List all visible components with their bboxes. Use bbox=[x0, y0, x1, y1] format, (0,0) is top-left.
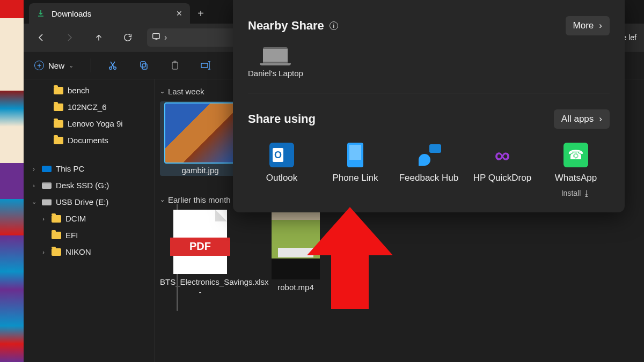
download-icon: ⭳ bbox=[583, 189, 590, 197]
svg-point-2 bbox=[114, 67, 116, 70]
svg-rect-4 bbox=[141, 62, 145, 67]
share-app-outlook[interactable]: Outlook bbox=[248, 143, 316, 197]
tab-downloads[interactable]: Downloads ✕ bbox=[29, 3, 190, 24]
sidebar-folder-102ncz[interactable]: 102NCZ_6 bbox=[25, 99, 153, 115]
folder-icon bbox=[52, 248, 61, 256]
new-label: New bbox=[48, 61, 64, 70]
folder-icon bbox=[52, 232, 61, 239]
sidebar-folder-documents[interactable]: Documents bbox=[25, 132, 153, 148]
svg-rect-7 bbox=[201, 63, 208, 68]
chevron-down-icon: ⌄ bbox=[160, 196, 165, 203]
share-panel: Nearby Share i More › Daniel's Laptop Sh… bbox=[233, 0, 625, 212]
laptop-icon bbox=[263, 47, 288, 63]
install-label: Install ⭳ bbox=[561, 189, 591, 197]
chevron-right-icon: › bbox=[599, 20, 602, 31]
svg-point-1 bbox=[109, 67, 112, 70]
info-icon[interactable]: i bbox=[330, 21, 338, 30]
image-thumbnail bbox=[165, 104, 235, 162]
chevron-right-icon: › bbox=[40, 216, 47, 222]
quickdrop-icon: ∞ bbox=[490, 143, 515, 167]
paste-button[interactable] bbox=[165, 56, 185, 75]
file-gambit[interactable]: gambit.jpg bbox=[160, 101, 240, 176]
svg-rect-3 bbox=[142, 64, 147, 69]
nearby-device-daniels-laptop[interactable]: Daniel's Laptop bbox=[248, 47, 303, 78]
sidebar-desk-ssd[interactable]: › Desk SSD (G:) bbox=[25, 178, 153, 193]
share-using-heading: Share using bbox=[248, 112, 316, 126]
share-app-phone-link[interactable]: Phone Link bbox=[321, 143, 389, 197]
pdf-badge: PDF bbox=[170, 238, 230, 256]
sidebar-usb-drive[interactable]: ⌄ USB Drive (E:) bbox=[25, 194, 153, 210]
chevron-right-icon: › bbox=[164, 33, 167, 42]
sidebar-nikon[interactable]: › NIKON bbox=[25, 244, 153, 260]
back-button[interactable] bbox=[31, 28, 50, 47]
outlook-icon bbox=[269, 143, 294, 167]
up-button[interactable] bbox=[89, 28, 108, 47]
chevron-right-icon: › bbox=[30, 182, 38, 189]
file-bts-pdf[interactable]: PDF BTS_Electronics_Savings.xlsx - bbox=[160, 210, 240, 298]
forward-button[interactable] bbox=[60, 28, 79, 47]
chevron-right-icon: › bbox=[599, 114, 602, 124]
share-app-whatsapp[interactable]: WhatsApp Install ⭳ bbox=[542, 143, 610, 197]
chevron-down-icon: ⌄ bbox=[69, 62, 74, 69]
nearby-share-heading: Nearby Share i bbox=[248, 19, 338, 33]
new-tab-button[interactable]: + bbox=[190, 3, 211, 24]
plus-circle-icon: + bbox=[34, 61, 44, 70]
tab-title: Downloads bbox=[52, 9, 170, 18]
share-app-feedback-hub[interactable]: Feedback Hub bbox=[395, 143, 463, 197]
svg-rect-0 bbox=[153, 34, 160, 39]
sidebar-efi[interactable]: EFI bbox=[25, 227, 153, 243]
sidebar-folder-lenovo[interactable]: Lenovo Yoga 9i bbox=[25, 116, 153, 131]
refresh-button[interactable] bbox=[118, 28, 137, 47]
sidebar-folder-bench[interactable]: bench bbox=[25, 83, 153, 98]
svg-rect-5 bbox=[172, 62, 178, 69]
more-button[interactable]: More › bbox=[566, 16, 610, 35]
cut-button[interactable] bbox=[103, 56, 122, 75]
share-app-quickdrop[interactable]: ∞ HP QuickDrop bbox=[469, 143, 536, 197]
phone-link-icon bbox=[347, 143, 363, 167]
separator bbox=[91, 58, 91, 72]
desktop-wallpaper-strip bbox=[0, 0, 24, 362]
annotation-arrow bbox=[307, 207, 393, 309]
sidebar-dcim[interactable]: › DCIM bbox=[25, 211, 153, 226]
chevron-right-icon: › bbox=[30, 166, 38, 172]
sidebar-this-pc[interactable]: › This PC bbox=[25, 161, 153, 176]
drive-icon bbox=[42, 199, 52, 205]
folder-icon bbox=[54, 137, 63, 144]
rename-button[interactable] bbox=[196, 56, 216, 75]
folder-icon bbox=[54, 87, 63, 94]
pdf-thumbnail: PDF bbox=[173, 210, 227, 274]
chevron-right-icon: › bbox=[40, 249, 47, 255]
folder-icon bbox=[54, 120, 63, 128]
download-icon bbox=[36, 9, 45, 18]
new-button[interactable]: + New ⌄ bbox=[29, 58, 79, 72]
close-icon[interactable]: ✕ bbox=[176, 9, 182, 18]
folder-icon bbox=[54, 104, 63, 111]
feedback-hub-icon bbox=[416, 144, 441, 166]
whatsapp-icon bbox=[564, 143, 588, 167]
folder-icon bbox=[52, 215, 61, 223]
chevron-down-icon: ⌄ bbox=[160, 88, 165, 95]
copy-button[interactable] bbox=[134, 56, 153, 75]
monitor-icon bbox=[151, 32, 161, 43]
chevron-down-icon: ⌄ bbox=[30, 198, 38, 205]
sidebar: bench 102NCZ_6 Lenovo Yoga 9i Documents … bbox=[24, 79, 155, 362]
pc-icon bbox=[42, 166, 52, 172]
drive-icon bbox=[42, 182, 52, 189]
all-apps-button[interactable]: All apps › bbox=[554, 109, 610, 129]
